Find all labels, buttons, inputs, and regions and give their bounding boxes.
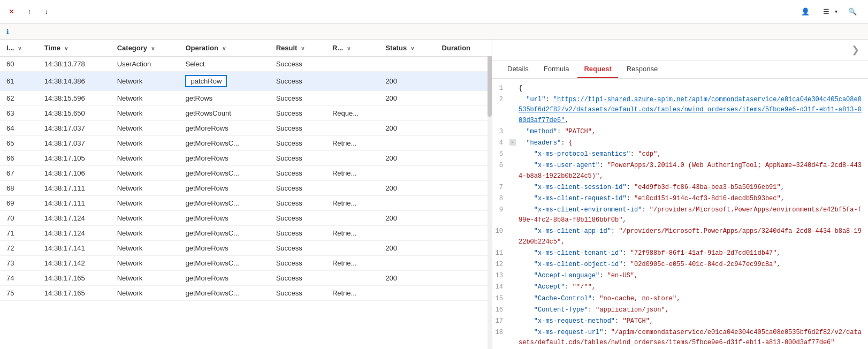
- tab-request[interactable]: Request: [577, 60, 618, 78]
- collapse-icon: [509, 226, 519, 235]
- collapse-icon: [509, 84, 519, 92]
- operation-selected-cell: patchRow: [185, 75, 227, 87]
- clear-data-button[interactable]: ✕: [9, 7, 17, 16]
- code-line: 14 "Accept": "*/*",: [492, 282, 868, 293]
- line-number: 3: [492, 127, 509, 137]
- col-duration[interactable]: Duration: [436, 40, 492, 57]
- main-area: I... ∨ Time ∨ Category ∨ Operation ∨ Res…: [0, 40, 868, 349]
- col-time[interactable]: Time ∨: [38, 40, 111, 57]
- collapse-icon: [509, 161, 519, 169]
- options-button[interactable]: ☰ ▾: [823, 7, 837, 16]
- line-content: "url": "https://tip1-shared.azure-apim.n…: [519, 95, 868, 126]
- line-number: 12: [492, 260, 509, 270]
- line-number: 5: [492, 149, 509, 160]
- table-row[interactable]: 6714:38:17.106NetworkgetMoreRowsC...Succ…: [0, 166, 492, 181]
- collapse-icon: [509, 305, 519, 314]
- filter-icon: 🔍: [848, 7, 857, 16]
- line-number: 9: [492, 205, 509, 215]
- sort-status-icon: ∨: [410, 45, 414, 51]
- table-row[interactable]: 7514:38:17.165NetworkgetMoreRowsC...Succ…: [0, 286, 492, 301]
- collapse-icon: [509, 294, 519, 302]
- line-content: "headers": {: [519, 138, 868, 148]
- line-content: "x-ms-request-url": "/apim/commondataser…: [519, 328, 868, 348]
- col-status[interactable]: Status ∨: [379, 40, 435, 57]
- line-content: {: [519, 84, 868, 94]
- code-line: 12 "x-ms-client-object-id": "02d0905c-e0…: [492, 259, 868, 270]
- line-content: "x-ms-client-environment-id": "/provider…: [519, 205, 868, 225]
- right-panel: ❯ DetailsFormulaRequestResponse 1{2 "url…: [492, 40, 868, 349]
- line-content: "Cache-Control": "no-cache, no-store",: [519, 294, 868, 304]
- table-row[interactable]: 7314:38:17.142NetworkgetMoreRowsC...Succ…: [0, 256, 492, 271]
- table-row[interactable]: 6014:38:13.778UserActionSelectSuccess: [0, 57, 492, 72]
- sort-id-icon: ∨: [18, 45, 21, 51]
- info-icon: ℹ: [6, 28, 9, 35]
- code-line: 13 "Accept-Language": "en-US",: [492, 270, 868, 282]
- line-content: "Accept-Language": "en-US",: [519, 271, 868, 281]
- line-number: 6: [492, 161, 509, 171]
- col-result[interactable]: Result ∨: [270, 40, 326, 57]
- upload-icon: ↑: [28, 7, 32, 16]
- code-line: 16 "Content-Type": "application/json",: [492, 305, 868, 316]
- line-content: "x-ms-protocol-semantics": "cdp",: [519, 149, 868, 160]
- tab-formula[interactable]: Formula: [537, 60, 576, 78]
- table-scroll[interactable]: I... ∨ Time ∨ Category ∨ Operation ∨ Res…: [0, 40, 492, 349]
- line-number: 1: [492, 84, 509, 94]
- tab-details[interactable]: Details: [501, 60, 535, 78]
- table-row[interactable]: 7414:38:17.165NetworkgetMoreRowsSuccess2…: [0, 271, 492, 286]
- table-row[interactable]: 6214:38:15.596NetworkgetRowsSuccess200: [0, 91, 492, 106]
- sort-operation-icon: ∨: [222, 45, 226, 51]
- line-number: 14: [492, 282, 509, 292]
- table-row[interactable]: 6114:38:14.386NetworkpatchRowSuccess200: [0, 72, 492, 91]
- table-row[interactable]: 6614:38:17.105NetworkgetMoreRowsSuccess2…: [0, 151, 492, 166]
- table-row[interactable]: 6514:38:17.037NetworkgetMoreRowsC...Succ…: [0, 136, 492, 151]
- line-content: "x-ms-client-app-id": "/providers/Micros…: [519, 226, 868, 247]
- code-line: 6 "x-ms-user-agent": "PowerApps/3.20114.…: [492, 160, 868, 181]
- invite-button[interactable]: 👤: [801, 7, 812, 16]
- line-number: 7: [492, 183, 509, 193]
- table-row[interactable]: 6914:38:17.111NetworkgetMoreRowsC...Succ…: [0, 196, 492, 211]
- line-number: 17: [492, 316, 509, 327]
- line-number: 11: [492, 248, 509, 259]
- expand-panel-button[interactable]: ❯: [851, 44, 859, 56]
- collapse-icon: [509, 316, 519, 325]
- collapse-icon: [509, 149, 519, 158]
- table-row[interactable]: 7014:38:17.124NetworkgetMoreRowsSuccess2…: [0, 211, 492, 226]
- right-panel-tabs: DetailsFormulaRequestResponse: [492, 60, 868, 79]
- line-number: 8: [492, 194, 509, 204]
- collapse-icon: [509, 282, 519, 291]
- table-row[interactable]: 6814:38:17.111NetworkgetMoreRowsSuccess2…: [0, 181, 492, 196]
- collapse-icon: [509, 248, 519, 257]
- line-content: "Accept": "*/*",: [519, 282, 868, 292]
- line-number: 16: [492, 305, 509, 315]
- line-number: 10: [492, 226, 509, 237]
- code-line: 5 "x-ms-protocol-semantics": "cdp",: [492, 149, 868, 160]
- line-number: 18: [492, 328, 509, 338]
- col-category[interactable]: Category ∨: [111, 40, 179, 57]
- col-r[interactable]: R... ∨: [326, 40, 379, 57]
- toolbar-right: 👤 ☰ ▾ 🔍: [801, 7, 859, 16]
- upload-button[interactable]: ↑: [28, 7, 34, 16]
- code-line: 3 "method": "PATCH",: [492, 126, 868, 138]
- table-row[interactable]: 6414:38:17.037NetworkgetMoreRowsSuccess2…: [0, 121, 492, 136]
- sort-r-icon: ∨: [347, 45, 351, 51]
- clear-data-icon: ✕: [9, 7, 14, 16]
- table-row[interactable]: 6314:38:15.650NetworkgetRowsCountSuccess…: [0, 106, 492, 121]
- col-operation[interactable]: Operation ∨: [179, 40, 269, 57]
- data-table: I... ∨ Time ∨ Category ∨ Operation ∨ Res…: [0, 40, 492, 301]
- table-row[interactable]: 7214:38:17.141NetworkgetMoreRowsSuccess2…: [0, 241, 492, 256]
- tab-response[interactable]: Response: [620, 60, 665, 78]
- line-number: 15: [492, 294, 509, 304]
- code-area[interactable]: 1{2 "url": "https://tip1-shared.azure-ap…: [492, 79, 868, 349]
- filter-button[interactable]: 🔍: [848, 7, 859, 16]
- code-line: 1{: [492, 83, 868, 94]
- table-row[interactable]: 7114:38:17.124NetworkgetMoreRowsC...Succ…: [0, 226, 492, 241]
- collapse-icon[interactable]: ▸: [509, 138, 519, 147]
- sort-result-icon: ∨: [301, 45, 304, 51]
- code-line: 18 "x-ms-request-url": "/apim/commondata…: [492, 327, 868, 348]
- collapse-icon: [509, 271, 519, 279]
- scroll-indicator[interactable]: [488, 40, 492, 349]
- options-icon: ☰: [823, 7, 829, 16]
- line-content: "x-ms-client-session-id": "e4d9fb3d-fc86…: [519, 183, 868, 193]
- download-button[interactable]: ↓: [45, 7, 51, 16]
- col-id[interactable]: I... ∨: [0, 40, 38, 57]
